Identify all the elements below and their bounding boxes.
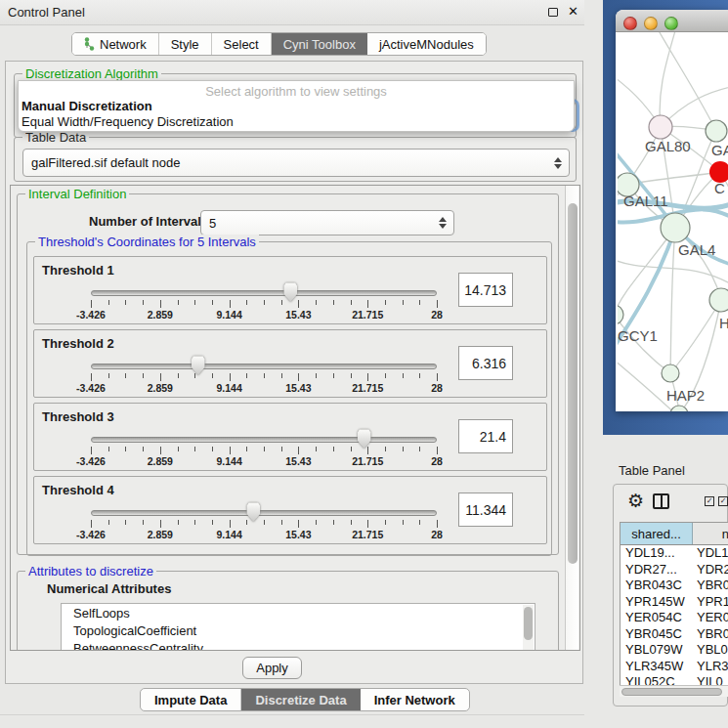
cell-name[interactable]: YBR0 [693,626,728,643]
node-label-hap2: HAP2 [666,387,705,404]
close-traffic-light-icon[interactable] [623,17,637,30]
table-data-combobox[interactable]: galFiltered.sif default node [22,149,570,177]
table-row[interactable]: YDR27...YDR2 [621,562,728,578]
slider-tick [351,300,352,305]
control-panel: Control Panel ✕ Network Style Select Cyn… [0,0,584,728]
cell-shared-name[interactable]: YER054C [621,610,693,626]
tab-network[interactable]: Network [72,33,159,55]
threshold-value-field[interactable]: 11.344 [458,492,513,527]
slider-thumb[interactable] [191,356,206,375]
cell-name[interactable]: YBL0 [693,642,728,659]
attribute-item[interactable]: SelfLoops [62,604,535,621]
column-header-shared-name[interactable]: shared... [621,523,693,544]
slider-thumb[interactable] [245,502,261,522]
slider-tick [246,447,247,451]
slider-tick [264,520,265,525]
slider-tick [316,520,317,525]
slider-thumb[interactable] [282,282,298,302]
table-row[interactable]: YBR045CYBR0 [621,626,728,643]
tab-style[interactable]: Style [159,33,212,55]
cell-name[interactable]: YPR1 [693,594,728,611]
checkbox-icon[interactable]: ✓ [718,496,728,506]
algorithm-option-equal-width[interactable]: Equal Width/Frequency Discretization [21,114,234,129]
network-canvas[interactable]: GAL80 GA GAL11 C GAL4 GCY1 H HAP2 [618,32,728,411]
apply-button[interactable]: Apply [242,657,302,679]
cell-shared-name[interactable]: YBR045C [621,626,693,643]
vertical-scrollbar[interactable] [565,186,578,651]
table-row[interactable]: YDL19...YDL1 [621,545,728,562]
vertical-scrollbar-thumb[interactable] [568,203,578,564]
slider-track[interactable] [91,364,437,369]
table-horizontal-scrollbar-thumb[interactable] [621,688,722,696]
slider-tick [385,373,386,378]
table-row[interactable]: YBR043CYBR0 [621,578,728,594]
interval-definition-title: Interval Definition [25,187,129,201]
cell-shared-name[interactable]: YBR043C [621,578,693,594]
tab-impute-data[interactable]: Impute Data [141,689,241,710]
table-row[interactable]: YPR145WYPR1 [621,594,728,611]
slider-tick [160,373,161,381]
table-row[interactable]: YER054CYER0 [621,610,728,626]
slider-tick [178,447,179,451]
algorithm-option-manual[interactable]: Manual Discretization [21,99,152,113]
cell-name[interactable]: YLR3 [693,659,728,675]
table-row[interactable]: YLR345WYLR3 [621,659,728,675]
slider-thumb[interactable] [357,429,372,449]
slider-tick [385,300,386,305]
checkbox-icon[interactable]: ✓ [705,496,714,506]
slider-tick-label: 15.43 [285,455,311,467]
minimize-traffic-light-icon[interactable] [644,17,658,30]
attributes-scrollbar[interactable] [523,605,534,651]
cell-shared-name[interactable]: YPR145W [621,594,693,611]
attributes-scrollbar-thumb[interactable] [524,607,533,640]
numerical-attributes-label: Numerical Attributes [47,581,171,596]
slider-tick [333,373,334,378]
slider-tick [160,300,161,308]
slider-tick-label: 21.715 [352,455,383,467]
node-label-gal80: GAL80 [645,138,691,154]
cell-name[interactable]: YBR0 [693,578,728,594]
tab-jactivemnodules[interactable]: jActiveMNodules [367,33,486,55]
cell-name[interactable]: YDL1 [693,545,728,562]
slider-track[interactable] [91,510,437,516]
algorithm-hint-item[interactable]: Select algorithm to view settings [19,84,574,99]
slider-tick-label: -3.426 [76,455,106,467]
threshold-value-field[interactable]: 6.316 [458,346,513,380]
cyni-toolbox-panel: Discretization Algorithm Select algorith… [5,61,583,684]
threshold-value-field[interactable]: 14.713 [458,273,513,307]
slider-tick [194,520,195,525]
split-view-icon[interactable] [653,493,669,509]
network-window-titlebar[interactable] [616,10,728,32]
attribute-item[interactable]: TopologicalCoefficient [62,621,535,639]
slider-ticks [91,300,437,309]
number-of-intervals-combobox[interactable]: 5 [200,210,454,236]
slider-track[interactable] [91,290,437,296]
cell-name[interactable]: YDR2 [693,562,728,578]
slider-tick [108,447,109,451]
cell-name[interactable]: YER0 [693,610,728,626]
cell-shared-name[interactable]: YDL19... [621,545,693,562]
threshold-value-field[interactable]: 21.4 [458,419,513,453]
slider-tick [298,373,299,381]
column-header-name[interactable]: na [693,523,728,544]
top-tab-bar: Network Style Select Cyni Toolbox jActiv… [71,32,487,56]
table-row[interactable]: YBL079WYBL0 [621,642,728,659]
slider-tick [246,300,247,305]
close-icon[interactable]: ✕ [568,4,578,19]
cell-shared-name[interactable]: YBL079W [621,642,693,659]
slider-track[interactable] [91,437,437,443]
tab-select[interactable]: Select [212,33,272,55]
tab-discretize-data[interactable]: Discretize Data [241,689,360,710]
zoom-traffic-light-icon[interactable] [664,17,678,30]
gear-icon[interactable]: ⚙ [627,490,644,512]
cell-shared-name[interactable]: YDR27... [621,562,693,578]
slider-tick [385,520,386,525]
table-horizontal-scrollbar[interactable] [620,685,728,697]
float-window-icon[interactable] [548,8,558,17]
cell-shared-name[interactable]: YLR345W [621,659,693,675]
number-of-intervals-label: Number of Intervals [89,214,208,229]
tab-cyni-toolbox[interactable]: Cyni Toolbox [272,33,367,55]
tab-infer-network[interactable]: Infer Network [361,689,469,710]
slider-tick [281,447,282,451]
attribute-item[interactable]: BetweennessCentrality [62,639,535,651]
